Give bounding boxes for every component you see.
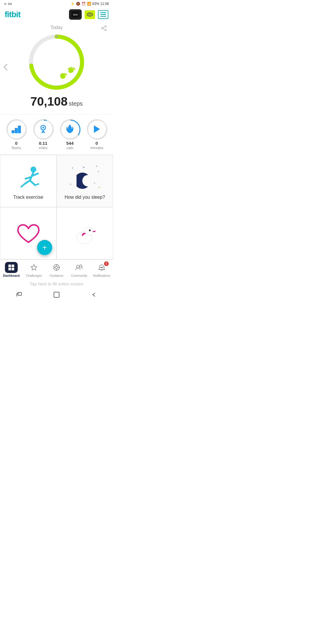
floors-stat[interactable]: 0 floors (6, 119, 26, 150)
community-label: Community (71, 274, 87, 277)
heart-icon-area (17, 216, 40, 252)
exercise-icon-area (15, 164, 41, 191)
nav-left-button[interactable] (3, 63, 8, 73)
status-bar: ∞ oo ⚡ 🔕 ⏰ 📶 83% 11:06 (0, 0, 113, 7)
steps-ring[interactable]: ★ (28, 33, 85, 91)
tap-hint[interactable]: Tap here to fill entire screen (0, 279, 113, 289)
challenges-label: Challenges (26, 274, 42, 277)
recents-button[interactable] (16, 292, 22, 299)
svg-point-48 (89, 229, 91, 231)
exercise-label: Track exercise (13, 195, 43, 200)
home-button[interactable] (53, 292, 60, 299)
guidance-icon-wrap (50, 262, 63, 273)
signal-icon: 📶 (87, 2, 91, 6)
device-icon[interactable]: 12:6 (69, 9, 82, 20)
sync-icon[interactable] (85, 10, 95, 19)
svg-rect-49 (8, 265, 11, 267)
water-icon-area (73, 216, 97, 252)
cals-circle (60, 119, 80, 139)
svg-point-62 (101, 267, 101, 268)
add-fab-button[interactable]: + (37, 240, 52, 255)
guidance-label: Guidance (50, 274, 63, 277)
dashboard-icon-wrap (5, 262, 18, 273)
cals-value: 544 (66, 141, 74, 146)
goal-star: ★ (54, 34, 59, 39)
nav-community[interactable]: Community (68, 262, 90, 277)
dashboard-label: Dashboard (3, 274, 19, 277)
battery-percent: 83% 11:06 (92, 2, 109, 6)
svg-rect-51 (8, 268, 11, 270)
nav-items: Dashboard Challenges (0, 260, 113, 279)
nav-dashboard[interactable]: Dashboard (0, 262, 23, 277)
svg-point-38 (30, 167, 36, 172)
bluetooth-icon: ⚡ (70, 2, 75, 6)
svg-point-55 (55, 266, 58, 269)
miles-stat[interactable]: 0.11 miles (33, 119, 53, 150)
svg-rect-6 (104, 12, 106, 13)
notifications-label: Notifications (93, 274, 110, 277)
voicemail-icon: oo (8, 2, 12, 6)
status-right-icons: ⚡ 🔕 ⏰ 📶 83% 11:06 (70, 2, 109, 6)
svg-point-9 (105, 26, 107, 27)
svg-line-12 (103, 28, 105, 30)
share-button[interactable] (101, 25, 107, 33)
sleep-tile[interactable]: ✦ ✦ ✦ + + + ✦ How did you sleep? (57, 155, 113, 207)
minutes-stat[interactable]: 0 minutes (87, 119, 107, 150)
svg-point-63 (101, 267, 102, 268)
add-icon: + (42, 243, 47, 252)
svg-point-47 (85, 227, 93, 235)
heart-tile[interactable]: + (0, 207, 57, 259)
alarm-icon: ⏰ (81, 2, 86, 6)
minutes-label: minutes (90, 146, 103, 150)
nav-notifications[interactable]: 7 Notifications (90, 262, 113, 277)
miles-circle (33, 119, 53, 139)
notifications-icon-wrap: 7 (95, 262, 108, 273)
exercise-tile[interactable]: Track exercise (0, 155, 57, 207)
notification-badge: 7 (104, 261, 109, 266)
nav-guidance[interactable]: Guidance (45, 262, 68, 277)
water-tile[interactable] (57, 207, 113, 259)
svg-line-42 (30, 180, 35, 185)
svg-line-44 (35, 184, 39, 185)
sim-icon: ∞ (4, 2, 7, 6)
header-icons: 12:6 (69, 9, 108, 20)
today-label: Today (50, 25, 63, 30)
cals-label: cals (66, 146, 74, 150)
sleep-label: How did you sleep? (65, 195, 105, 200)
svg-point-11 (105, 29, 107, 31)
menu-icon[interactable] (98, 10, 108, 19)
back-button[interactable] (91, 292, 97, 299)
miles-label: miles (39, 146, 48, 150)
mute-icon: 🔕 (76, 2, 80, 6)
challenges-icon-wrap (28, 262, 40, 273)
stats-row: 0 floors 0.11 miles (0, 114, 113, 155)
svg-rect-7 (104, 14, 106, 15)
bottom-nav: Dashboard Challenges (0, 259, 113, 302)
minutes-value: 0 (90, 141, 103, 146)
svg-rect-66 (54, 292, 59, 297)
floors-value: 0 (12, 141, 21, 146)
svg-point-61 (80, 265, 82, 267)
steps-display: 70,108 steps (30, 95, 83, 108)
steps-unit: steps (69, 100, 83, 107)
svg-rect-8 (104, 16, 106, 17)
svg-point-30 (34, 120, 53, 139)
floors-label: floors (12, 146, 21, 150)
steps-count: 70,108 (30, 95, 68, 108)
nav-challenges[interactable]: Challenges (23, 262, 45, 277)
svg-line-45 (21, 184, 25, 187)
svg-rect-50 (12, 265, 14, 267)
system-bar (0, 289, 113, 302)
device-screen: 12:6 (71, 11, 79, 18)
today-section: Today ★ (0, 22, 113, 114)
miles-value: 0.11 (39, 141, 48, 146)
svg-point-26 (7, 120, 26, 139)
community-icon-wrap (73, 262, 85, 273)
status-left-icons: ∞ oo (4, 2, 12, 6)
svg-line-13 (103, 27, 105, 28)
svg-point-64 (102, 267, 103, 268)
cals-stat[interactable]: 544 cals (60, 119, 80, 150)
svg-point-36 (88, 120, 107, 139)
svg-marker-53 (31, 265, 37, 270)
app-header: fitbit 12:6 (0, 7, 113, 22)
